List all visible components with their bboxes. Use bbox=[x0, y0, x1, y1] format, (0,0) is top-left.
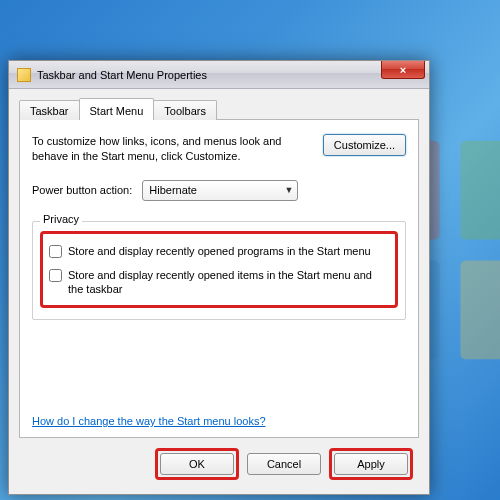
ok-button[interactable]: OK bbox=[160, 453, 234, 475]
checkbox-recent-programs[interactable] bbox=[49, 245, 62, 258]
close-icon: × bbox=[400, 64, 406, 76]
window-icon bbox=[17, 68, 31, 82]
highlight-apply: Apply bbox=[329, 448, 413, 480]
checkbox-recent-items-label: Store and display recently opened items … bbox=[68, 268, 389, 297]
chevron-down-icon: ▼ bbox=[284, 185, 293, 195]
tab-start-menu[interactable]: Start Menu bbox=[79, 98, 155, 120]
customize-button[interactable]: Customize... bbox=[323, 134, 406, 156]
window-title: Taskbar and Start Menu Properties bbox=[37, 69, 207, 81]
power-button-combobox[interactable]: Hibernate ▼ bbox=[142, 180, 298, 201]
svg-rect-3 bbox=[460, 260, 500, 359]
properties-window: Taskbar and Start Menu Properties × Task… bbox=[8, 60, 430, 495]
highlight-privacy: Store and display recently opened progra… bbox=[40, 231, 398, 308]
svg-rect-1 bbox=[460, 141, 500, 240]
checkbox-recent-items[interactable] bbox=[49, 269, 62, 282]
tab-panel-start-menu: To customize how links, icons, and menus… bbox=[19, 119, 419, 438]
titlebar[interactable]: Taskbar and Start Menu Properties × bbox=[9, 61, 429, 89]
close-button[interactable]: × bbox=[381, 61, 425, 79]
tab-taskbar[interactable]: Taskbar bbox=[19, 100, 80, 120]
highlight-ok: OK bbox=[155, 448, 239, 480]
power-button-value: Hibernate bbox=[149, 184, 197, 196]
checkbox-recent-programs-label: Store and display recently opened progra… bbox=[68, 244, 371, 258]
client-area: Taskbar Start Menu Toolbars To customize… bbox=[9, 89, 429, 494]
tab-toolbars[interactable]: Toolbars bbox=[153, 100, 217, 120]
description-text: To customize how links, icons, and menus… bbox=[32, 134, 292, 164]
help-link[interactable]: How do I change the way the Start menu l… bbox=[32, 415, 406, 427]
privacy-legend: Privacy bbox=[40, 213, 82, 225]
cancel-button[interactable]: Cancel bbox=[247, 453, 321, 475]
tabstrip: Taskbar Start Menu Toolbars bbox=[19, 97, 419, 119]
apply-button[interactable]: Apply bbox=[334, 453, 408, 475]
dialog-footer: OK Cancel Apply bbox=[19, 438, 419, 484]
power-button-label: Power button action: bbox=[32, 184, 132, 196]
privacy-group: Privacy Store and display recently opene… bbox=[32, 221, 406, 320]
